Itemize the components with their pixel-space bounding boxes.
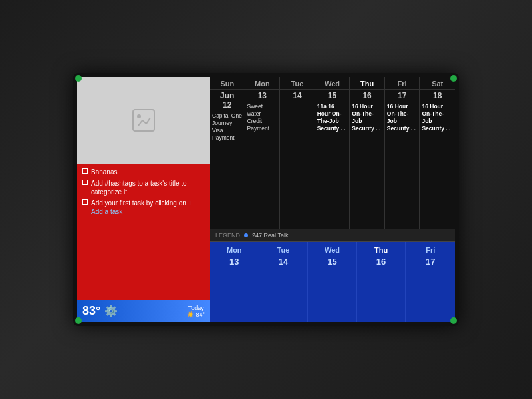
cal-date-mon: 13 [245,90,280,102]
todo-item-hashtags[interactable]: Add #hashtags to a task's title to categ… [82,179,205,196]
mini-cal-grid: Mon 13 Tue 14 Wed 15 [210,242,455,322]
sun-icon: ☀️ [187,311,194,318]
mini-cal-date-thu: 16 [375,255,387,268]
cal-grid-top: Sun Jun12 Capital One Journey Visa Payme… [210,77,455,229]
right-panel: Sun Jun12 Capital One Journey Visa Payme… [210,77,455,322]
weather-right: Today ☀️ 84° [187,305,205,318]
cal-date-wed: 15 [315,90,350,102]
todo-checkbox-hashtags[interactable] [82,180,88,185]
cal-date-sat: 18 [420,90,455,102]
cal-event-wed-1: 11a 16 Hour On-The-Job Security . . [317,103,348,132]
cal-event-sat-1: 16 Hour On-The-Job Security . . [422,103,453,132]
todo-text-bananas: Bananas [91,168,117,176]
mini-cal-date-tue: 14 [277,255,289,268]
cal-events-sat: 16 Hour On-The-Job Security . . [420,102,455,229]
svg-line-1 [138,120,142,126]
mini-cal-col-wed: Wed 15 [308,242,357,322]
cal-col-mon: Mon 13 Sweet water Credit Payment [245,77,281,229]
cal-events-wed: 11a 16 Hour On-The-Job Security . . [315,102,350,229]
mini-cal-col-fri: Fri 17 [406,242,455,322]
cal-events-sun: Capital One Journey Visa Payment [210,111,245,229]
screw-tl [75,75,82,82]
cal-events-mon: Sweet water Credit Payment [245,102,280,229]
todo-checkbox-add[interactable] [82,200,88,205]
mini-cal-date-mon: 13 [228,255,240,268]
cal-header-thu: Thu [350,77,384,90]
mini-cal-header-fri: Fri [406,242,455,255]
today-date-badge: 16 [352,91,382,100]
calendar-bottom: Mon 13 Tue 14 Wed 15 [210,242,455,322]
cal-col-wed: Wed 15 11a 16 Hour On-The-Job Security .… [315,77,350,229]
cal-header-fri: Fri [385,77,420,90]
todo-checkbox-bananas[interactable] [82,168,88,174]
mini-cal-col-tue: Tue 14 [259,242,309,322]
todo-text-add: Add your first task by clicking on + Add… [91,199,205,216]
cal-col-fri: Fri 17 16 Hour On-The-Job Security . . [385,77,420,229]
cal-col-sat: Sat 18 16 Hour On-The-Job Security . . [420,77,455,229]
add-task-link[interactable]: + Add a task [91,200,192,215]
cal-events-fri: 16 Hour On-The-Job Security . . [385,102,420,229]
todo-list: Bananas Add #hashtags to a task's title … [77,164,210,300]
mini-cal-col-thu: Thu 16 [357,242,406,322]
cal-header-wed: Wed [315,77,350,90]
legend-name: 247 Real Talk [252,232,288,239]
cal-header-mon: Mon [245,77,280,90]
screw-tr [450,75,457,82]
mini-cal-date-fri: 17 [424,255,436,268]
weather-icon: ⚙️ [104,305,118,317]
mini-cal-header-mon: Mon [210,242,259,255]
cal-events-tue [280,102,315,229]
mini-today-badge: 16 [376,257,386,267]
mini-cal-header-tue: Tue [259,242,308,255]
cal-col-sun: Sun Jun12 Capital One Journey Visa Payme… [210,77,245,229]
cal-date-thu: 16 [350,90,384,102]
svg-line-3 [146,118,150,124]
mini-cal-header-thu: Thu [357,242,406,255]
screw-bl [75,317,82,324]
todo-text-hashtags: Add #hashtags to a task's title to categ… [91,179,205,196]
mini-cal-col-mon: Mon 13 [210,242,259,322]
photo-background: Bananas Add #hashtags to a task's title … [0,0,532,399]
device-frame: Bananas Add #hashtags to a task's title … [73,73,459,326]
legend-label: LEGEND [215,232,240,239]
weather-today-label: Today [187,305,205,311]
weather-strip: 83° ⚙️ Today ☀️ 84° [77,300,210,322]
cal-date-tue: 14 [280,90,315,102]
todo-item-bananas[interactable]: Bananas [82,168,205,176]
cal-date-sun: Jun12 [210,90,245,111]
cal-col-tue: Tue 14 [280,77,315,229]
cal-events-thu: 16 Hour On-The-Job Security . . [350,102,384,229]
image-placeholder [77,77,210,164]
tomorrow-temp: 84° [196,311,205,318]
cal-col-thu: Thu 16 16 Hour On-The-Job Security . . [350,77,385,229]
weather-tomorrow: ☀️ 84° [187,311,205,318]
svg-rect-0 [133,110,154,131]
cal-event-sun-1: Capital One Journey Visa Payment [212,112,243,142]
cal-header-tue: Tue [280,77,315,90]
screen: Bananas Add #hashtags to a task's title … [77,77,455,322]
legend-bar: LEGEND 247 Real Talk [210,229,455,242]
mini-cal-date-wed: 15 [326,255,338,268]
todo-item-add[interactable]: Add your first task by clicking on + Add… [82,199,205,216]
svg-line-2 [142,120,146,124]
screw-br [450,317,457,324]
svg-point-4 [137,114,141,118]
cal-event-mon-1: Sweet water Credit Payment [247,103,278,132]
cal-event-fri-1: 16 Hour On-The-Job Security . . [387,103,418,132]
cal-date-fri: 17 [385,90,420,102]
left-panel: Bananas Add #hashtags to a task's title … [77,77,210,322]
calendar-top: Sun Jun12 Capital One Journey Visa Payme… [210,77,455,229]
mini-cal-header-wed: Wed [308,242,356,255]
cal-event-thu-1: 16 Hour On-The-Job Security . . [352,103,382,132]
legend-dot [244,233,248,237]
cal-header-sun: Sun [210,77,245,90]
weather-temperature: 83° [82,304,100,318]
